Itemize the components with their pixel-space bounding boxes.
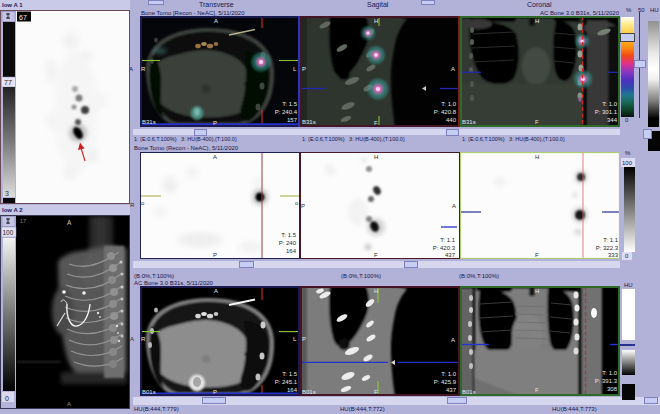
svg-text:A: A <box>67 401 71 407</box>
svg-text:77: 77 <box>4 79 12 86</box>
svg-text:o: o <box>141 200 145 206</box>
svg-text:0: 0 <box>5 395 9 402</box>
svg-text:3: 3 <box>5 190 9 197</box>
svg-text:17: 17 <box>20 218 26 224</box>
svg-text:o: o <box>295 200 299 206</box>
svg-text:A: A <box>67 219 72 226</box>
svg-text:67: 67 <box>19 14 27 21</box>
svg-text:100: 100 <box>3 229 14 236</box>
